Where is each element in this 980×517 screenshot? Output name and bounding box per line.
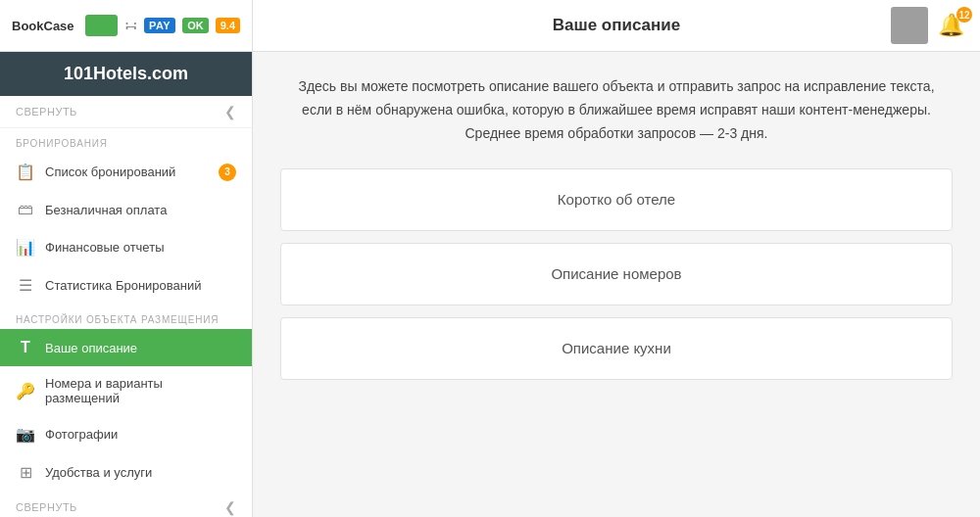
sidebar-item-bookings-list-label: Список бронирований (45, 164, 175, 179)
sidebar-item-rooms[interactable]: 🔑 Номера и варианты размещений (0, 366, 252, 415)
score-badge: 9.4 (216, 18, 240, 33)
main-top-bar: Ваше описание 🔔 12 (253, 0, 980, 51)
chevron-left-icon: ❮ (224, 104, 236, 119)
sidebar-item-stats[interactable]: ☰ Статистика Бронирований (0, 266, 252, 305)
body-layout: 101Hotels.com СВЕРНУТЬ ❮ БРОНИРОВАНИЯ 📋 … (0, 52, 980, 517)
sidebar-item-financial[interactable]: 📊 Финансовые отчеты (0, 228, 252, 266)
sidebar-item-photos-label: Фотографии (45, 427, 118, 442)
sidebar: 101Hotels.com СВЕРНУТЬ ❮ БРОНИРОВАНИЯ 📋 … (0, 52, 253, 517)
intro-text: Здесь вы можете посмотреть описание ваше… (280, 75, 953, 145)
green-btn[interactable] (85, 15, 118, 36)
sidebar-item-amenities[interactable]: ⊞ Удобства и услуги (0, 453, 252, 492)
sidebar-item-bookings-list[interactable]: 📋 Список бронирований 3 (0, 153, 252, 191)
page-title: Ваше описание (553, 16, 680, 35)
your-description-icon: T (16, 339, 35, 356)
sidebar-item-your-description-label: Ваше описание (45, 341, 137, 355)
card-hotel-short-title: Коротко об отеле (558, 191, 675, 208)
bell-button[interactable]: 🔔 12 (938, 13, 964, 38)
sidebar-collapse-bottom-label: СВЕРНУТЬ (16, 501, 77, 513)
sidebar-item-cashless[interactable]: 🗃 Безналичная оплата (0, 191, 252, 228)
sidebar-top-bar: BookCase ∺ PAY OK 9.4 (0, 0, 253, 51)
app-title: BookCase (12, 19, 74, 33)
sidebar-collapse-top[interactable]: СВЕРНУТЬ ❮ (0, 96, 252, 128)
card-room-description[interactable]: Описание номеров (280, 243, 953, 306)
share-icon[interactable]: ∺ (124, 17, 137, 35)
sidebar-item-cashless-label: Безналичная оплата (45, 203, 167, 217)
card-kitchen-description[interactable]: Описание кухни (280, 317, 953, 380)
sidebar-item-photos[interactable]: 📷 Фотографии (0, 415, 252, 453)
sidebar-collapse-bottom[interactable]: СВЕРНУТЬ ❮ (0, 492, 252, 517)
amenities-icon: ⊞ (16, 463, 35, 482)
stats-icon: ☰ (16, 276, 35, 295)
bookings-list-icon: 📋 (16, 163, 35, 181)
rooms-icon: 🔑 (16, 382, 35, 400)
main-content: Здесь вы можете посмотреть описание ваше… (253, 52, 980, 517)
photos-icon: 📷 (16, 425, 35, 444)
sidebar-hotel-name: 101Hotels.com (0, 52, 252, 96)
full-top-row: BookCase ∺ PAY OK 9.4 Ваше описание 🔔 12 (0, 0, 980, 52)
sidebar-item-amenities-label: Удобства и услуги (45, 465, 152, 480)
financial-icon: 📊 (16, 238, 35, 257)
card-kitchen-description-title: Описание кухни (562, 340, 671, 356)
sidebar-item-stats-label: Статистика Бронирований (45, 278, 201, 293)
avatar (891, 7, 928, 44)
sidebar-item-financial-label: Финансовые отчеты (45, 240, 164, 255)
card-hotel-short[interactable]: Коротко об отеле (280, 168, 953, 231)
section-settings-label: НАСТРОЙКИ ОБЪЕКТА РАЗМЕЩЕНИЯ (0, 305, 252, 329)
cashless-icon: 🗃 (16, 201, 35, 218)
pay-badge: PAY (144, 18, 175, 33)
ok-badge: OK (182, 18, 209, 33)
section-bookings-label: БРОНИРОВАНИЯ (0, 128, 252, 153)
chevron-left-bottom-icon: ❮ (224, 499, 236, 515)
card-room-description-title: Описание номеров (551, 265, 681, 282)
sidebar-item-rooms-label: Номера и варианты размещений (45, 376, 236, 405)
sidebar-collapse-top-label: СВЕРНУТЬ (16, 106, 77, 118)
header-right: 🔔 12 (891, 7, 964, 44)
bell-badge: 12 (956, 7, 972, 23)
bookings-badge: 3 (219, 164, 236, 181)
sidebar-item-your-description[interactable]: T Ваше описание (0, 329, 252, 366)
